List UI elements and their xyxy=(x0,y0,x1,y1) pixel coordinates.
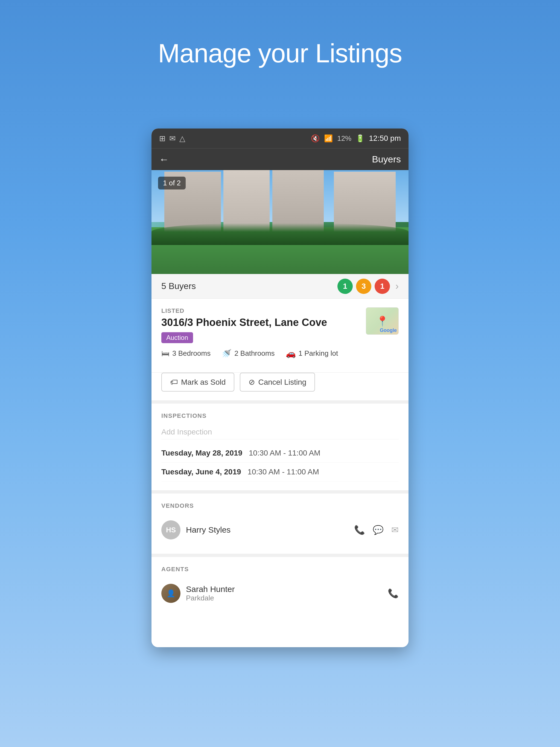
inspections-section: INSPECTIONS Add Inspection Tuesday, May … xyxy=(152,400,408,490)
google-maps-label: Google xyxy=(380,328,397,333)
alert-icon: △ xyxy=(179,134,185,143)
bed-icon: 🛏 xyxy=(161,349,170,358)
back-button[interactable]: ← xyxy=(159,154,169,165)
buyers-badges: 1 3 1 › xyxy=(337,279,399,294)
inspections-title: INSPECTIONS xyxy=(161,412,399,419)
property-image[interactable]: 1 of 2 xyxy=(152,170,408,274)
parking-label: 1 Parking lot xyxy=(299,349,338,358)
chevron-right-icon: › xyxy=(396,281,399,292)
agent-location: Parkdale xyxy=(186,594,388,602)
agent-name: Sarah Hunter xyxy=(186,585,388,594)
agent-avatar-placeholder: 👤 xyxy=(167,589,175,598)
agent-row: 👤 Sarah Hunter Parkdale 📞 xyxy=(161,578,399,609)
status-bar-left: ⊞ ✉ △ xyxy=(159,134,185,143)
agents-title: AGENTS xyxy=(161,566,399,573)
sale-type-badge: Auction xyxy=(161,332,193,343)
sold-icon: 🏷 xyxy=(170,378,178,387)
mark-as-sold-label: Mark as Sold xyxy=(181,378,226,387)
status-bar: ⊞ ✉ △ 🔇 📶 12% 🔋 12:50 pm xyxy=(152,129,408,148)
battery-icon: 🔋 xyxy=(356,134,364,143)
bedrooms-label: 3 Bedrooms xyxy=(172,349,210,358)
vendor-actions: 📞 💬 ✉ xyxy=(354,525,399,535)
map-thumbnail[interactable]: 📍 Google xyxy=(366,307,399,335)
car-icon: 🚗 xyxy=(286,349,296,358)
agent-avatar: 👤 xyxy=(161,584,180,603)
vendor-name: Harry Styles xyxy=(186,525,354,535)
action-buttons: 🏷 Mark as Sold ⊘ Cancel Listing xyxy=(152,373,408,400)
inspection-item-2: Tuesday, June 4, 2019 10:30 AM - 11:00 A… xyxy=(161,463,399,482)
content-area: 1 of 2 5 Buyers 1 3 1 › LISTED 3016/3 Ph… xyxy=(152,170,408,647)
parking-feature: 🚗 1 Parking lot xyxy=(286,349,338,358)
cancel-listing-label: Cancel Listing xyxy=(258,378,306,387)
vendors-section: VENDORS HS Harry Styles 📞 💬 ✉ xyxy=(152,490,408,554)
cancel-listing-button[interactable]: ⊘ Cancel Listing xyxy=(240,373,315,391)
page-title: Manage your Listings xyxy=(158,38,402,68)
inspection-date-1: Tuesday, May 28, 2019 xyxy=(161,449,242,457)
bathrooms-label: 2 Bathrooms xyxy=(234,349,275,358)
wifi-icon: 📶 xyxy=(324,134,333,143)
message-icon[interactable]: 💬 xyxy=(373,525,384,535)
image-counter: 1 of 2 xyxy=(158,177,186,189)
bath-icon: 🚿 xyxy=(222,349,232,358)
inspection-time-1: 10:30 AM - 11:00 AM xyxy=(249,449,321,457)
nav-bar: ← Buyers xyxy=(152,148,408,170)
map-pin-icon: 📍 xyxy=(376,315,388,327)
agent-info: Sarah Hunter Parkdale xyxy=(186,585,388,602)
property-details: LISTED 3016/3 Phoenix Street, Lane Cove … xyxy=(152,299,408,373)
call-icon[interactable]: 📞 xyxy=(354,525,365,535)
battery-percent: 12% xyxy=(337,134,351,143)
mark-as-sold-button[interactable]: 🏷 Mark as Sold xyxy=(161,373,234,391)
vendor-row: HS Harry Styles 📞 💬 ✉ xyxy=(161,515,399,545)
nav-title: Buyers xyxy=(372,154,401,164)
building-scene xyxy=(152,170,408,274)
email-icon[interactable]: ✉ xyxy=(391,525,399,535)
status-time: 12:50 pm xyxy=(369,134,401,143)
cancel-icon: ⊘ xyxy=(249,378,255,387)
mute-icon: 🔇 xyxy=(311,134,320,143)
inspection-time-2: 10:30 AM - 11:00 AM xyxy=(248,468,319,476)
badge-orange: 3 xyxy=(356,279,371,294)
property-features: 🛏 3 Bedrooms 🚿 2 Bathrooms 🚗 1 Parking l… xyxy=(161,349,399,358)
phone-frame: ⊞ ✉ △ 🔇 📶 12% 🔋 12:50 pm ← Buyers xyxy=(152,129,408,647)
property-address: 3016/3 Phoenix Street, Lane Cove xyxy=(161,317,399,328)
listed-label: LISTED xyxy=(161,307,399,314)
mail-icon: ✉ xyxy=(169,134,176,143)
inspection-date-2: Tuesday, June 4, 2019 xyxy=(161,468,241,476)
vendor-avatar: HS xyxy=(161,520,180,539)
agents-section: AGENTS 👤 Sarah Hunter Parkdale 📞 xyxy=(152,554,408,617)
map-inner: 📍 Google xyxy=(366,308,399,334)
badge-green: 1 xyxy=(337,279,353,294)
badge-red: 1 xyxy=(375,279,390,294)
image-icon: ⊞ xyxy=(159,134,166,143)
agent-phone-icon[interactable]: 📞 xyxy=(388,588,399,598)
buyers-bar[interactable]: 5 Buyers 1 3 1 › xyxy=(152,274,408,299)
bathrooms-feature: 🚿 2 Bathrooms xyxy=(222,349,275,358)
status-bar-right: 🔇 📶 12% 🔋 12:50 pm xyxy=(311,134,401,143)
trees xyxy=(152,223,408,245)
vendors-title: VENDORS xyxy=(161,502,399,509)
buyers-label: 5 Buyers xyxy=(161,281,196,291)
inspection-item-1: Tuesday, May 28, 2019 10:30 AM - 11:00 A… xyxy=(161,444,399,463)
add-inspection-input[interactable]: Add Inspection xyxy=(161,425,399,439)
bedrooms-feature: 🛏 3 Bedrooms xyxy=(161,349,210,358)
